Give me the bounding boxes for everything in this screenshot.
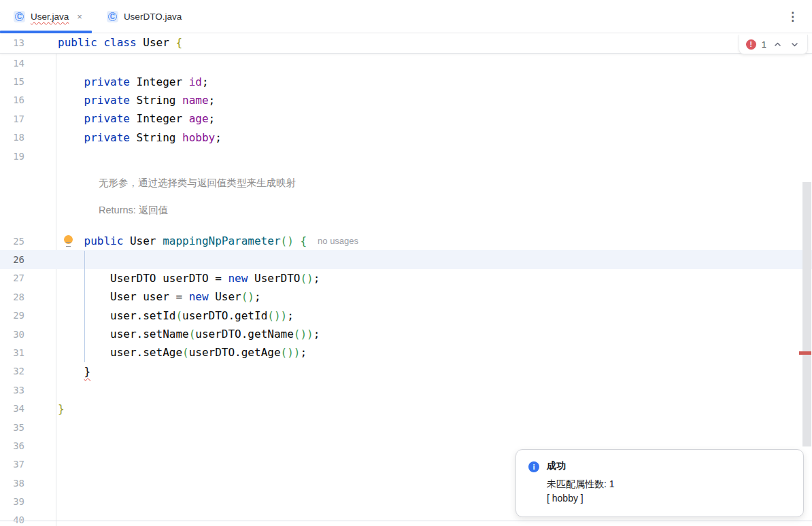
code-line[interactable]: 18 private String hobby;	[0, 128, 812, 147]
line-number[interactable]: 40	[0, 511, 24, 526]
line-number[interactable]: 36	[0, 436, 24, 455]
code-token: ;	[314, 272, 320, 285]
code-token: private	[84, 131, 130, 144]
usages-inlay-hint[interactable]: no usages	[318, 236, 358, 246]
code-token	[97, 36, 104, 49]
code-text: public User mappingNpParameter() {	[56, 234, 307, 247]
line-number[interactable]: 18	[0, 128, 24, 147]
code-text: User user = new User();	[56, 290, 261, 303]
line-number[interactable]: 25	[0, 232, 24, 250]
code-text: UserDTO userDTO = new UserDTO();	[56, 272, 320, 285]
code-line[interactable]: 15 private Integer id;	[0, 72, 812, 90]
tab-label: User.java	[31, 12, 69, 22]
line-number[interactable]: 29	[0, 306, 24, 325]
previous-error-button[interactable]	[772, 39, 783, 50]
line-number[interactable]: 30	[0, 325, 24, 343]
java-class-icon: C	[107, 11, 118, 22]
code-token: ;	[254, 290, 261, 303]
code-line[interactable]: 27 UserDTO userDTO = new UserDTO();	[0, 269, 812, 287]
line-number[interactable]: 39	[0, 492, 24, 510]
code-text: user.setName(userDTO.getName());	[56, 328, 320, 340]
line-number[interactable]: 16	[0, 91, 24, 109]
code-line[interactable]: 34}	[0, 399, 812, 417]
code-line[interactable]: 31 user.setAge(userDTO.getAge());	[0, 343, 812, 362]
code-token: age	[189, 112, 209, 125]
indent-guide	[84, 251, 85, 362]
code-token: ;	[287, 309, 294, 322]
code-token: ()	[281, 234, 294, 247]
code-token: ()	[281, 346, 294, 359]
doc-comment-line: 无形参，通过选择类与返回值类型来生成映射	[99, 177, 296, 190]
vertical-scrollbar-thumb[interactable]	[802, 182, 811, 446]
code-token: ()	[300, 272, 313, 285]
line-number[interactable]: 33	[0, 381, 24, 399]
code-token: )	[307, 328, 314, 340]
code-token: ;	[209, 112, 216, 125]
error-stripe-mark[interactable]	[799, 351, 811, 355]
code-token: ()	[241, 290, 254, 303]
code-token: private	[84, 112, 130, 125]
code-token: userDTO.getAge	[189, 346, 281, 359]
code-token: public	[84, 234, 124, 247]
editor-tab-bar: C User.java × C UserDTO.java ⋮	[0, 0, 812, 33]
intention-bulb-icon[interactable]	[64, 235, 73, 247]
line-number[interactable]: 38	[0, 474, 24, 492]
line-number[interactable]: 35	[0, 418, 24, 436]
code-line[interactable]: 33	[0, 381, 812, 399]
line-number[interactable]: 19	[0, 147, 24, 165]
code-token: User	[123, 234, 163, 247]
line-number[interactable]: 34	[0, 399, 24, 417]
code-line[interactable]: 19	[0, 147, 812, 165]
code-token: ;	[202, 75, 209, 88]
code-token	[294, 234, 301, 247]
code-line[interactable]: 14	[0, 54, 812, 72]
line-number[interactable]: 27	[0, 269, 24, 287]
line-number[interactable]: 13	[0, 33, 24, 52]
rendered-doc-comment: 无形参，通过选择类与返回值类型来生成映射Returns: 返回值	[0, 165, 812, 232]
code-token: String	[130, 131, 182, 144]
line-number[interactable]: 37	[0, 455, 24, 474]
code-token: {	[300, 234, 307, 247]
code-line[interactable]: 16 private String name;	[0, 91, 812, 109]
code-text: }	[56, 365, 90, 378]
next-error-button[interactable]	[789, 39, 800, 50]
code-text: public class User {	[56, 36, 182, 49]
line-number[interactable]: 32	[0, 362, 24, 381]
code-token: User	[209, 290, 241, 303]
code-line[interactable]: 29 user.setId(userDTO.getId());	[0, 306, 812, 325]
code-token: {	[175, 36, 182, 49]
line-number[interactable]: 31	[0, 343, 24, 362]
code-token	[58, 94, 84, 107]
code-token: userDTO.getId	[182, 309, 267, 322]
code-token	[58, 112, 84, 125]
code-line[interactable]: 13public class User {	[0, 33, 812, 52]
code-line[interactable]: 28 User user = new User();	[0, 287, 812, 306]
line-number[interactable]: 17	[0, 109, 24, 128]
code-token: ()	[267, 309, 280, 322]
code-line[interactable]: 17 private Integer age;	[0, 109, 812, 128]
line-number[interactable]: 14	[0, 54, 24, 72]
line-number[interactable]: 28	[0, 287, 24, 306]
code-line[interactable]: 30 user.setName(userDTO.getName());	[0, 325, 812, 343]
sticky-header[interactable]: 13public class User { ! 1	[0, 33, 812, 54]
code-line[interactable]: 35	[0, 418, 812, 436]
code-text: private String name;	[56, 94, 215, 107]
code-token: userDTO.getName	[195, 328, 294, 340]
code-line[interactable]: 32 }	[0, 362, 812, 381]
tab-userdto-java[interactable]: C UserDTO.java	[96, 0, 192, 33]
code-text: }	[56, 402, 65, 415]
inspection-widget: ! 1	[739, 35, 808, 54]
code-token: hobby	[182, 131, 215, 144]
code-text: private Integer id;	[56, 75, 209, 88]
code-line[interactable]: 25 public User mappingNpParameter() {no …	[0, 232, 812, 250]
code-token: private	[84, 94, 130, 107]
more-options-icon[interactable]: ⋮	[783, 8, 802, 25]
line-number[interactable]: 15	[0, 72, 24, 90]
tab-user-java[interactable]: C User.java ×	[0, 0, 92, 33]
code-token: public	[58, 36, 97, 49]
code-line[interactable]: 26	[0, 250, 812, 268]
code-token: )	[294, 346, 301, 359]
line-number[interactable]: 26	[0, 250, 24, 268]
code-token: user.setId	[58, 309, 175, 322]
close-tab-icon[interactable]: ×	[77, 12, 82, 21]
